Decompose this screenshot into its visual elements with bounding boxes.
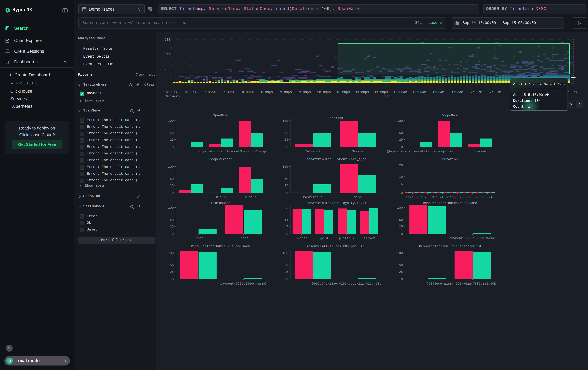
svg-text:gold: gold bbox=[320, 237, 328, 240]
svg-text:8:00pm: 8:00pm bbox=[242, 90, 253, 94]
svg-text:19935295: 19935295 bbox=[450, 195, 465, 199]
svg-text:platinum: platinum bbox=[339, 237, 354, 240]
svg-text:Error: Error bbox=[194, 237, 203, 240]
svg-text:Server: Server bbox=[352, 150, 364, 153]
svg-text:25: 25 bbox=[170, 225, 174, 229]
svg-text:ResourceAttributes.k8s.pod.nam: ResourceAttributes.k8s.pod.name bbox=[191, 245, 251, 248]
svg-text:payment-7985c8969c-mwmw7: payment-7985c8969c-mwmw7 bbox=[449, 237, 496, 240]
svg-text:25: 25 bbox=[170, 270, 174, 274]
svg-text:@hyperdx/instrumentation-excep: @hyperdx/instrumentation-exception bbox=[387, 150, 453, 153]
svg-text:1621070: 1621070 bbox=[436, 195, 449, 199]
svg-text:ScopeName: ScopeName bbox=[441, 114, 459, 117]
svg-text:400: 400 bbox=[165, 53, 170, 56]
svg-text:grpc.oteldemo.PaymentService/C: grpc.oteldemo.PaymentService/Charge bbox=[199, 150, 267, 153]
svg-text:7: 7 bbox=[286, 225, 288, 229]
svg-text:25: 25 bbox=[284, 270, 288, 274]
svg-text:28: 28 bbox=[284, 206, 288, 210]
svg-text:50: 50 bbox=[399, 263, 403, 267]
svg-text:0.51.1: 0.51.1 bbox=[245, 195, 257, 199]
svg-text:0: 0 bbox=[286, 278, 288, 281]
svg-text:0: 0 bbox=[286, 232, 288, 236]
svg-text:50: 50 bbox=[399, 218, 403, 222]
svg-text:50: 50 bbox=[284, 177, 288, 181]
svg-text:11:30pm: 11:30pm bbox=[374, 90, 388, 94]
svg-text:100: 100 bbox=[397, 206, 403, 210]
svg-text:14: 14 bbox=[284, 218, 288, 222]
svg-text:SpanAttributes.app.loyalty.lev: SpanAttributes.app.loyalty.level bbox=[304, 201, 366, 205]
svg-text:visa: visa bbox=[354, 195, 362, 199]
svg-text:100: 100 bbox=[397, 119, 403, 123]
svg-text:5: 5 bbox=[401, 182, 403, 186]
svg-text:100: 100 bbox=[168, 251, 174, 255]
svg-text:9983218: 9983218 bbox=[481, 195, 494, 199]
svg-text:0: 0 bbox=[286, 191, 288, 195]
svg-text:50: 50 bbox=[399, 131, 403, 135]
svg-text:payment-7985c8969c-mwmw7: payment-7985c8969c-mwmw7 bbox=[220, 282, 267, 286]
svg-text:12:30am: 12:30am bbox=[412, 90, 426, 94]
svg-text:0: 0 bbox=[401, 232, 403, 236]
svg-text:Duration: Duration bbox=[442, 158, 458, 161]
svg-text:9:30pm: 9:30pm bbox=[299, 90, 311, 94]
svg-text:StatusCode: StatusCode bbox=[211, 201, 231, 205]
svg-text:0: 0 bbox=[401, 278, 403, 281]
svg-text:SpanName: SpanName bbox=[213, 114, 229, 117]
svg-text:9:00pm: 9:00pm bbox=[280, 90, 292, 94]
svg-text:6:30pm: 6:30pm bbox=[185, 90, 196, 94]
svg-text:50: 50 bbox=[284, 263, 288, 267]
svg-text:0: 0 bbox=[172, 191, 174, 195]
svg-text:silver: silver bbox=[363, 237, 375, 240]
svg-text:50: 50 bbox=[170, 263, 174, 267]
svg-text:100: 100 bbox=[168, 119, 174, 123]
svg-text:1:30am: 1:30am bbox=[452, 90, 463, 94]
svg-text:100: 100 bbox=[397, 251, 403, 255]
svg-text:50: 50 bbox=[284, 131, 288, 135]
svg-text:100: 100 bbox=[168, 206, 174, 210]
svg-text:25: 25 bbox=[399, 138, 403, 141]
svg-text:12:00am: 12:00am bbox=[393, 90, 407, 94]
svg-text:0.1.0: 0.1.0 bbox=[216, 195, 226, 199]
svg-text:25: 25 bbox=[284, 138, 288, 141]
svg-text:10:00pm: 10:00pm bbox=[317, 90, 331, 94]
svg-text:50: 50 bbox=[170, 177, 174, 181]
svg-text:Internal: Internal bbox=[305, 150, 321, 153]
svg-text:1376801: 1376801 bbox=[421, 195, 434, 199]
svg-text:10: 10 bbox=[399, 175, 403, 179]
svg-text:6:00pm: 6:00pm bbox=[166, 90, 178, 94]
svg-text:25: 25 bbox=[399, 225, 403, 229]
svg-text:10:30pm: 10:30pm bbox=[336, 90, 350, 94]
svg-text:2:30am: 2:30am bbox=[490, 90, 501, 94]
svg-text:2:00am: 2:00am bbox=[471, 90, 482, 94]
svg-text:mastercard: mastercard bbox=[303, 195, 323, 199]
svg-text:25: 25 bbox=[399, 270, 403, 274]
svg-text:25: 25 bbox=[170, 184, 174, 187]
svg-text:200: 200 bbox=[165, 67, 170, 71]
svg-text:100: 100 bbox=[168, 165, 174, 169]
svg-text:50: 50 bbox=[170, 131, 174, 135]
svg-text:9/14/25: 9/14/25 bbox=[166, 94, 180, 98]
svg-text:ScopeVersion: ScopeVersion bbox=[209, 158, 232, 161]
svg-text:0: 0 bbox=[172, 232, 174, 236]
svg-text:600: 600 bbox=[165, 38, 170, 41]
svg-text:7:00pm: 7:00pm bbox=[204, 90, 216, 94]
svg-text:100: 100 bbox=[283, 251, 288, 255]
svg-text:bronze: bronze bbox=[296, 237, 307, 240]
svg-text:11:00pm: 11:00pm bbox=[355, 90, 369, 94]
svg-text:100: 100 bbox=[283, 165, 288, 169]
svg-text:ResourceAttributes.host.name: ResourceAttributes.host.name bbox=[423, 201, 477, 205]
svg-text:0: 0 bbox=[286, 145, 288, 149]
svg-text:5e02b5fb-13ae-4296-bbbc-111f42: 5e02b5fb-13ae-4296-bbbc-111f423c460d bbox=[312, 282, 381, 286]
svg-text:0: 0 bbox=[172, 278, 174, 281]
svg-text:SpanKind: SpanKind bbox=[328, 116, 343, 120]
svg-text:100: 100 bbox=[283, 119, 288, 123]
svg-text:25: 25 bbox=[170, 138, 174, 141]
svg-text:0: 0 bbox=[401, 145, 403, 149]
svg-text:4090920: 4090920 bbox=[466, 195, 479, 199]
svg-text:20: 20 bbox=[399, 163, 403, 167]
svg-text:f5344ec9-a1ea-4290-a62a-78f5be: f5344ec9-a1ea-4290-a62a-78f5bee8d90b bbox=[427, 282, 496, 286]
svg-text:50: 50 bbox=[170, 218, 174, 222]
svg-text:Unset: Unset bbox=[239, 237, 248, 240]
svg-text:8:30pm: 8:30pm bbox=[261, 90, 273, 94]
svg-text:25: 25 bbox=[284, 184, 288, 187]
svg-text:payment: payment bbox=[473, 150, 487, 153]
svg-text:1:00am: 1:00am bbox=[432, 90, 444, 94]
